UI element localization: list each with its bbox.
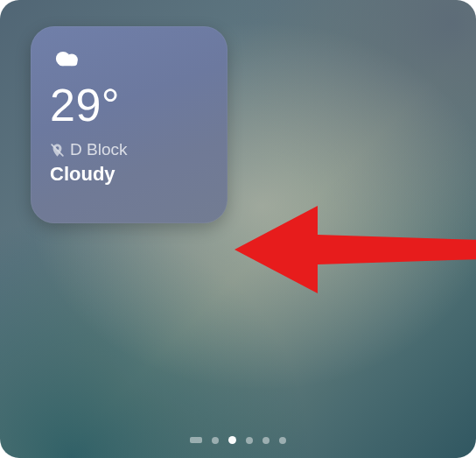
home-screen[interactable]: 29° D Block Cloudy (0, 0, 476, 458)
page-dot-1[interactable] (212, 437, 219, 444)
annotation-arrow (234, 201, 476, 298)
page-dot-today[interactable] (190, 437, 202, 443)
cloud-icon (50, 46, 85, 71)
page-dot-3[interactable] (246, 437, 253, 444)
location-off-icon (50, 143, 65, 158)
page-indicator[interactable] (0, 436, 476, 444)
page-dot-4[interactable] (262, 437, 270, 444)
temperature-value: 29° (50, 82, 208, 128)
page-dot-5[interactable] (279, 437, 286, 444)
svg-marker-4 (234, 206, 476, 293)
weather-icon-row (50, 44, 208, 74)
condition-label: Cloudy (50, 163, 208, 186)
svg-rect-2 (59, 59, 77, 66)
page-dot-2[interactable] (228, 436, 236, 444)
weather-widget[interactable]: 29° D Block Cloudy (31, 26, 228, 223)
location-label: D Block (70, 140, 127, 159)
location-row: D Block (50, 140, 208, 159)
